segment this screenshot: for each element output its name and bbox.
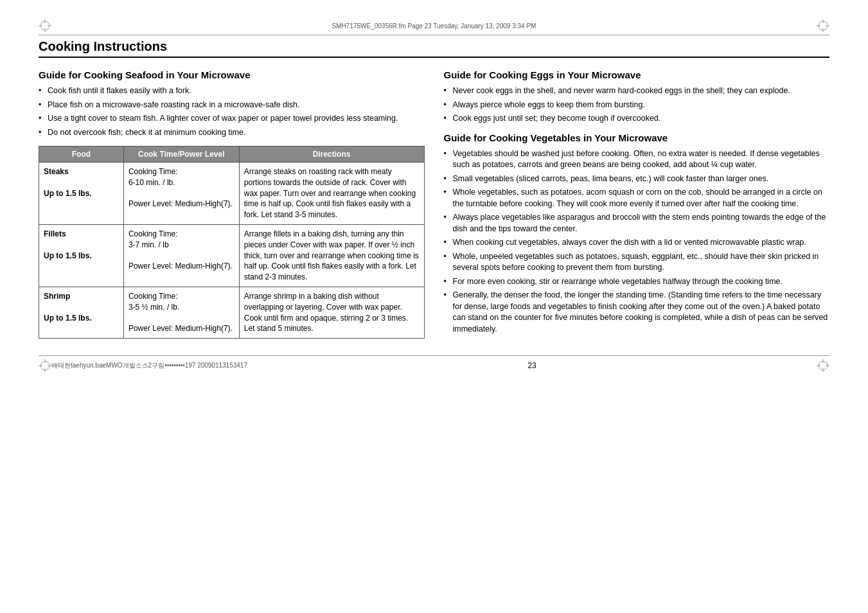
top-left-crosshair — [39, 19, 51, 32]
page-title-section: Cooking Instructions — [39, 39, 829, 58]
vegetables-header: Guide for Cooking Vegetables in Your Mic… — [444, 132, 830, 143]
seafood-bullet-1: Cook fish until it flakes easily with a … — [39, 85, 425, 97]
bottom-right-crosshair — [817, 359, 829, 372]
bottom-left-crosshair — [39, 359, 51, 372]
shrimp-directions: Arrange shrimp in a baking dish without … — [239, 287, 424, 338]
seafood-bullet-3: Use a tight cover to steam fish. A light… — [39, 113, 425, 125]
page-number: 23 — [247, 361, 817, 370]
eggs-bullet-3: Cook eggs just until set; they become to… — [444, 113, 830, 125]
table-row-steaks: SteaksUp to 1.5 lbs. Cooking Time:6-10 m… — [39, 163, 425, 225]
shrimp-food: ShrimpUp to 1.5 lbs. — [39, 287, 124, 338]
table-row-fillets: FilletsUp to 1.5 lbs. Cooking Time:3-7 m… — [39, 224, 425, 287]
page-wrapper: SMH7175WE_00356R.fm Page 23 Tuesday, Jan… — [0, 0, 868, 613]
seafood-bullet-4: Do not overcook fish; check it at minimu… — [39, 127, 425, 139]
seafood-bullet-list: Cook fish until it flakes easily with a … — [39, 85, 425, 138]
left-column: Guide for Cooking Seafood in Your Microw… — [39, 69, 425, 342]
veg-bullet-1: Vegetables should be washed just before … — [444, 148, 830, 171]
bottom-bar: 배태현taehyun.baeMWO개발소스2구림•••••••••197 200… — [39, 355, 829, 372]
eggs-bullet-2: Always pierce whole eggs to keep them fr… — [444, 100, 830, 111]
veg-bullet-3: Whole vegetables, such as potatoes, acor… — [444, 187, 830, 209]
veg-bullet-5: When cooking cut vegetables, always cove… — [444, 237, 830, 249]
fillets-food: FilletsUp to 1.5 lbs. — [39, 224, 124, 287]
top-right-crosshair — [817, 19, 829, 32]
eggs-bullet-list: Never cook eggs in the shell, and never … — [444, 85, 830, 125]
seafood-bullet-2: Place fish on a microwave-safe roasting … — [39, 100, 425, 111]
page-title: Cooking Instructions — [39, 39, 167, 53]
right-column: Guide for Cooking Eggs in Your Microwave… — [444, 69, 830, 342]
table-header-row: Food Cook Time/Power Level Directions — [39, 147, 425, 163]
content-columns: Guide for Cooking Seafood in Your Microw… — [39, 69, 829, 342]
col-header-cooktime: Cook Time/Power Level — [123, 147, 239, 163]
eggs-header: Guide for Cooking Eggs in Your Microwave — [444, 69, 830, 80]
veg-bullet-6: Whole, unpeeled vegetables such as potat… — [444, 251, 830, 274]
vegetables-bullet-list: Vegetables should be washed just before … — [444, 148, 830, 335]
veg-bullet-7: For more even cooking, stir or rearrange… — [444, 276, 830, 288]
top-bar: SMH7175WE_00356R.fm Page 23 Tuesday, Jan… — [39, 19, 829, 35]
col-header-directions: Directions — [239, 147, 424, 163]
fillets-directions: Arrange fillets in a baking dish, turnin… — [239, 224, 424, 287]
col-header-food: Food — [39, 147, 124, 163]
fillets-cooktime: Cooking Time:3-7 min. / lbPower Level: M… — [123, 224, 239, 287]
veg-bullet-8: Generally, the denser the food, the long… — [444, 290, 830, 335]
eggs-bullet-1: Never cook eggs in the shell, and never … — [444, 85, 830, 97]
bottom-bar-text: 배태현taehyun.baeMWO개발소스2구림•••••••••197 200… — [51, 361, 247, 370]
table-row-shrimp: ShrimpUp to 1.5 lbs. Cooking Time:3-5 ½ … — [39, 287, 425, 338]
steaks-directions: Arrange steaks on roasting rack with mea… — [239, 163, 424, 225]
seafood-header: Guide for Cooking Seafood in Your Microw… — [39, 69, 425, 80]
steaks-food: SteaksUp to 1.5 lbs. — [39, 163, 124, 225]
veg-bullet-2: Small vegetables (sliced carrots, peas, … — [444, 173, 830, 185]
shrimp-cooktime: Cooking Time:3-5 ½ min. / lb.Power Level… — [123, 287, 239, 338]
veg-bullet-4: Always place vegetables like asparagus a… — [444, 212, 830, 235]
top-bar-text: SMH7175WE_00356R.fm Page 23 Tuesday, Jan… — [51, 22, 817, 30]
food-table: Food Cook Time/Power Level Directions St… — [39, 146, 425, 339]
steaks-cooktime: Cooking Time:6-10 min. / lb.Power Level:… — [123, 163, 239, 225]
